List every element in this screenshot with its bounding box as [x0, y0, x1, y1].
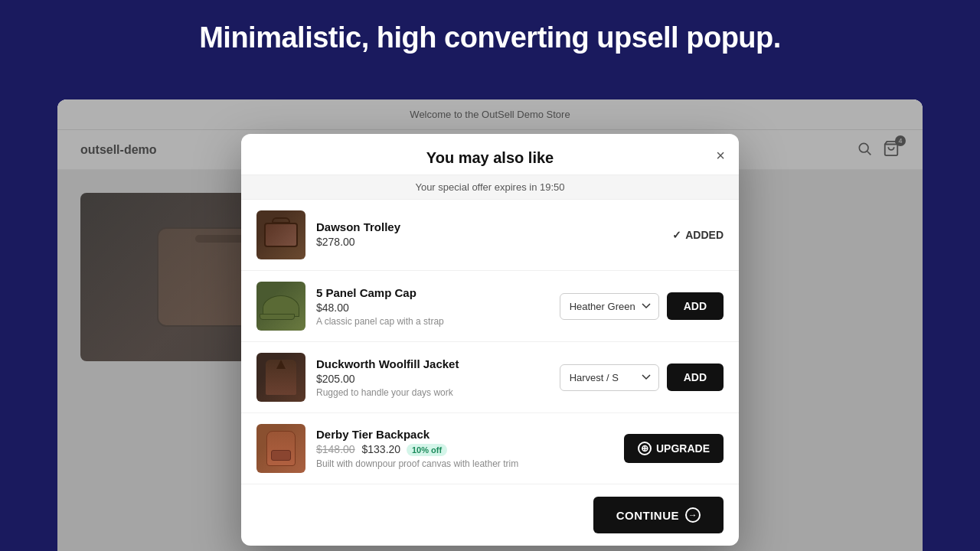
product-thumbnail-derby-backpack [256, 424, 305, 473]
product-thumbnail-camp-cap [256, 282, 305, 331]
price-sale: $133.20 [362, 443, 401, 455]
modal-footer: CONTINUE → [241, 484, 739, 546]
product-desc: Built with downpour proof canvas with le… [316, 458, 613, 469]
product-price: $148.00 $133.20 10% off [316, 443, 613, 456]
add-button-duckworth-jacket[interactable]: ADD [667, 364, 724, 391]
added-label: ✓ ADDED [672, 229, 724, 241]
headline-text: Minimalistic, high converting upsell pop… [15, 21, 965, 54]
product-name: 5 Panel Camp Cap [316, 286, 549, 299]
discount-badge: 10% off [407, 444, 447, 456]
product-actions-duckworth-jacket: Harvest / S Harvest / M Harvest / L Blac… [560, 364, 724, 391]
product-info-camp-cap: 5 Panel Camp Cap $48.00 A classic panel … [316, 286, 549, 327]
product-row-derby-backpack: Derby Tier Backpack $148.00 $133.20 10% … [241, 413, 739, 484]
price-original: $148.00 [316, 443, 355, 455]
product-row-duckworth-jacket: Duckworth Woolfill Jacket $205.00 Rugged… [241, 342, 739, 413]
headline-area: Minimalistic, high converting upsell pop… [0, 0, 980, 70]
upsell-modal: You may also like × Your special offer e… [241, 134, 739, 546]
product-row-dawson-trolley: Dawson Trolley $278.00 ✓ ADDED [241, 200, 739, 271]
product-desc: A classic panel cap with a strap [316, 316, 549, 327]
product-desc: Rugged to handle your days work [316, 387, 549, 398]
product-price: $278.00 [316, 236, 662, 248]
product-actions-camp-cap: Heather Green Black Navy Olive ADD [560, 292, 724, 320]
product-actions-dawson-trolley: ✓ ADDED [672, 229, 724, 241]
upgrade-icon: ⊕ [638, 442, 652, 455]
product-price: $205.00 [316, 373, 549, 385]
modal-title: You may also like [426, 149, 554, 167]
modal-header: You may also like × [241, 134, 739, 174]
modal-body: Dawson Trolley $278.00 ✓ ADDED 5 Panel C… [241, 200, 739, 484]
product-price: $48.00 [316, 302, 549, 314]
check-icon: ✓ [672, 229, 681, 241]
modal-close-button[interactable]: × [716, 148, 725, 163]
product-row-camp-cap: 5 Panel Camp Cap $48.00 A classic panel … [241, 271, 739, 342]
product-info-derby-backpack: Derby Tier Backpack $148.00 $133.20 10% … [316, 428, 613, 469]
product-actions-derby-backpack: ⊕ UPGRADE [624, 434, 724, 463]
modal-timer-bar: Your special offer expires in 19:50 [241, 174, 739, 200]
product-thumbnail-dawson-trolley [256, 210, 305, 259]
product-info-dawson-trolley: Dawson Trolley $278.00 [316, 220, 662, 250]
variant-select-duckworth-jacket[interactable]: Harvest / S Harvest / M Harvest / L Blac… [560, 364, 659, 391]
product-info-duckworth-jacket: Duckworth Woolfill Jacket $205.00 Rugged… [316, 357, 549, 398]
variant-select-camp-cap[interactable]: Heather Green Black Navy Olive [560, 293, 659, 320]
product-thumbnail-duckworth-jacket [256, 353, 305, 402]
upgrade-button-derby-backpack[interactable]: ⊕ UPGRADE [624, 434, 724, 463]
product-name: Derby Tier Backpack [316, 428, 613, 441]
product-name: Dawson Trolley [316, 220, 662, 233]
product-name: Duckworth Woolfill Jacket [316, 357, 549, 370]
continue-button[interactable]: CONTINUE → [593, 497, 724, 533]
add-button-camp-cap[interactable]: ADD [667, 292, 724, 320]
continue-arrow-icon: → [685, 507, 701, 523]
